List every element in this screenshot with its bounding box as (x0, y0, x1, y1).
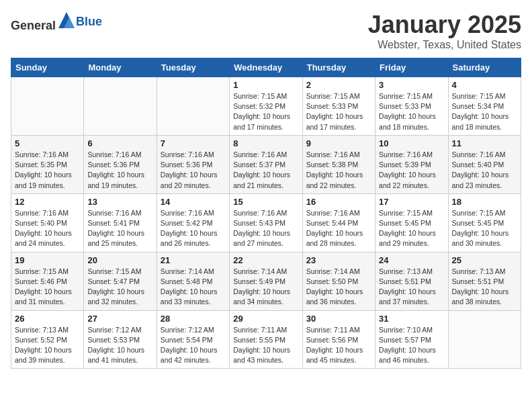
cell-info: Sunrise: 7:11 AM Sunset: 5:55 PM Dayligh… (233, 325, 298, 366)
calendar-cell: 6Sunrise: 7:16 AM Sunset: 5:36 PM Daylig… (84, 135, 157, 193)
header-sunday: Sunday (11, 58, 84, 77)
cell-info: Sunrise: 7:15 AM Sunset: 5:46 PM Dayligh… (15, 267, 80, 308)
cell-day-number: 30 (306, 314, 371, 324)
logo-icon (57, 11, 76, 30)
cell-day-number: 13 (87, 197, 152, 207)
calendar-cell (84, 77, 157, 136)
cell-day-number: 29 (233, 314, 298, 324)
cell-info: Sunrise: 7:15 AM Sunset: 5:45 PM Dayligh… (452, 208, 517, 249)
calendar-cell: 12Sunrise: 7:16 AM Sunset: 5:40 PM Dayli… (11, 193, 84, 252)
cell-info: Sunrise: 7:14 AM Sunset: 5:48 PM Dayligh… (161, 267, 226, 308)
calendar-cell: 3Sunrise: 7:15 AM Sunset: 5:33 PM Daylig… (375, 77, 448, 136)
calendar-cell: 7Sunrise: 7:16 AM Sunset: 5:36 PM Daylig… (157, 135, 229, 193)
calendar-cell: 8Sunrise: 7:16 AM Sunset: 5:37 PM Daylig… (230, 135, 302, 193)
cell-day-number: 12 (15, 197, 80, 207)
calendar-week-row: 12Sunrise: 7:16 AM Sunset: 5:40 PM Dayli… (11, 193, 521, 252)
calendar-week-row: 19Sunrise: 7:15 AM Sunset: 5:46 PM Dayli… (11, 252, 521, 310)
cell-day-number: 1 (233, 80, 298, 90)
cell-day-number: 24 (379, 255, 444, 265)
calendar-week-row: 26Sunrise: 7:13 AM Sunset: 5:52 PM Dayli… (11, 310, 521, 369)
calendar-cell: 21Sunrise: 7:14 AM Sunset: 5:48 PM Dayli… (157, 252, 229, 310)
cell-info: Sunrise: 7:16 AM Sunset: 5:38 PM Dayligh… (306, 150, 371, 191)
calendar-cell (157, 77, 229, 136)
cell-info: Sunrise: 7:15 AM Sunset: 5:34 PM Dayligh… (452, 91, 517, 132)
calendar-cell: 1Sunrise: 7:15 AM Sunset: 5:32 PM Daylig… (230, 77, 302, 136)
cell-info: Sunrise: 7:15 AM Sunset: 5:33 PM Dayligh… (379, 91, 444, 132)
calendar-cell: 24Sunrise: 7:13 AM Sunset: 5:51 PM Dayli… (375, 252, 448, 310)
cell-info: Sunrise: 7:16 AM Sunset: 5:37 PM Dayligh… (233, 150, 298, 191)
header-saturday: Saturday (448, 58, 521, 77)
cell-day-number: 27 (87, 314, 152, 324)
cell-day-number: 14 (161, 197, 226, 207)
cell-day-number: 23 (306, 255, 371, 265)
cell-day-number: 4 (452, 80, 517, 90)
header-monday: Monday (84, 58, 157, 77)
cell-info: Sunrise: 7:13 AM Sunset: 5:51 PM Dayligh… (452, 267, 517, 308)
calendar-subtitle: Webster, Texas, United States (368, 39, 521, 51)
cell-info: Sunrise: 7:16 AM Sunset: 5:36 PM Dayligh… (87, 150, 152, 191)
logo-blue: Blue (76, 15, 102, 28)
days-header-row: Sunday Monday Tuesday Wednesday Thursday… (11, 58, 521, 77)
calendar-cell (448, 310, 521, 369)
calendar-cell: 16Sunrise: 7:16 AM Sunset: 5:44 PM Dayli… (302, 193, 375, 252)
calendar-title: January 2025 (368, 11, 521, 39)
cell-day-number: 17 (379, 197, 444, 207)
header-friday: Friday (375, 58, 448, 77)
calendar-cell: 19Sunrise: 7:15 AM Sunset: 5:46 PM Dayli… (11, 252, 84, 310)
cell-info: Sunrise: 7:10 AM Sunset: 5:57 PM Dayligh… (379, 325, 444, 366)
cell-info: Sunrise: 7:16 AM Sunset: 5:35 PM Dayligh… (15, 150, 80, 191)
calendar-cell: 28Sunrise: 7:12 AM Sunset: 5:54 PM Dayli… (157, 310, 229, 369)
cell-info: Sunrise: 7:15 AM Sunset: 5:45 PM Dayligh… (379, 208, 444, 249)
cell-day-number: 19 (15, 255, 80, 265)
cell-day-number: 11 (452, 138, 517, 148)
calendar-cell: 17Sunrise: 7:15 AM Sunset: 5:45 PM Dayli… (375, 193, 448, 252)
cell-day-number: 10 (379, 138, 444, 148)
calendar-table: Sunday Monday Tuesday Wednesday Thursday… (11, 58, 521, 369)
logo-general: General (11, 19, 56, 32)
cell-info: Sunrise: 7:16 AM Sunset: 5:41 PM Dayligh… (87, 208, 152, 249)
cell-info: Sunrise: 7:13 AM Sunset: 5:52 PM Dayligh… (15, 325, 80, 366)
cell-day-number: 21 (161, 255, 226, 265)
cell-info: Sunrise: 7:16 AM Sunset: 5:43 PM Dayligh… (233, 208, 298, 249)
cell-info: Sunrise: 7:15 AM Sunset: 5:47 PM Dayligh… (87, 267, 152, 308)
cell-info: Sunrise: 7:15 AM Sunset: 5:33 PM Dayligh… (306, 91, 371, 132)
calendar-cell: 23Sunrise: 7:14 AM Sunset: 5:50 PM Dayli… (302, 252, 375, 310)
cell-day-number: 16 (306, 197, 371, 207)
cell-day-number: 8 (233, 138, 298, 148)
logo: General Blue (11, 11, 102, 33)
cell-info: Sunrise: 7:16 AM Sunset: 5:40 PM Dayligh… (452, 150, 517, 191)
cell-info: Sunrise: 7:16 AM Sunset: 5:42 PM Dayligh… (161, 208, 226, 249)
cell-day-number: 9 (306, 138, 371, 148)
calendar-cell: 2Sunrise: 7:15 AM Sunset: 5:33 PM Daylig… (302, 77, 375, 136)
calendar-cell: 9Sunrise: 7:16 AM Sunset: 5:38 PM Daylig… (302, 135, 375, 193)
cell-day-number: 5 (15, 138, 80, 148)
cell-day-number: 3 (379, 80, 444, 90)
calendar-cell: 26Sunrise: 7:13 AM Sunset: 5:52 PM Dayli… (11, 310, 84, 369)
cell-info: Sunrise: 7:16 AM Sunset: 5:44 PM Dayligh… (306, 208, 371, 249)
calendar-cell (11, 77, 84, 136)
cell-info: Sunrise: 7:15 AM Sunset: 5:32 PM Dayligh… (233, 91, 298, 132)
calendar-cell: 22Sunrise: 7:14 AM Sunset: 5:49 PM Dayli… (230, 252, 302, 310)
title-area: January 2025 Webster, Texas, United Stat… (368, 11, 521, 51)
cell-day-number: 25 (452, 255, 517, 265)
calendar-cell: 15Sunrise: 7:16 AM Sunset: 5:43 PM Dayli… (230, 193, 302, 252)
header-thursday: Thursday (302, 58, 375, 77)
cell-info: Sunrise: 7:12 AM Sunset: 5:54 PM Dayligh… (161, 325, 226, 366)
cell-info: Sunrise: 7:16 AM Sunset: 5:39 PM Dayligh… (379, 150, 444, 191)
calendar-cell: 29Sunrise: 7:11 AM Sunset: 5:55 PM Dayli… (230, 310, 302, 369)
calendar-cell: 5Sunrise: 7:16 AM Sunset: 5:35 PM Daylig… (11, 135, 84, 193)
calendar-cell: 25Sunrise: 7:13 AM Sunset: 5:51 PM Dayli… (448, 252, 521, 310)
cell-day-number: 6 (87, 138, 152, 148)
calendar-cell: 30Sunrise: 7:11 AM Sunset: 5:56 PM Dayli… (302, 310, 375, 369)
calendar-cell: 4Sunrise: 7:15 AM Sunset: 5:34 PM Daylig… (448, 77, 521, 136)
cell-day-number: 31 (379, 314, 444, 324)
cell-info: Sunrise: 7:16 AM Sunset: 5:36 PM Dayligh… (161, 150, 226, 191)
cell-info: Sunrise: 7:16 AM Sunset: 5:40 PM Dayligh… (15, 208, 80, 249)
cell-day-number: 7 (161, 138, 226, 148)
calendar-cell: 10Sunrise: 7:16 AM Sunset: 5:39 PM Dayli… (375, 135, 448, 193)
calendar-cell: 11Sunrise: 7:16 AM Sunset: 5:40 PM Dayli… (448, 135, 521, 193)
page-header: General Blue January 2025 Webster, Texas… (11, 11, 521, 51)
cell-day-number: 20 (87, 255, 152, 265)
cell-day-number: 28 (161, 314, 226, 324)
cell-day-number: 2 (306, 80, 371, 90)
